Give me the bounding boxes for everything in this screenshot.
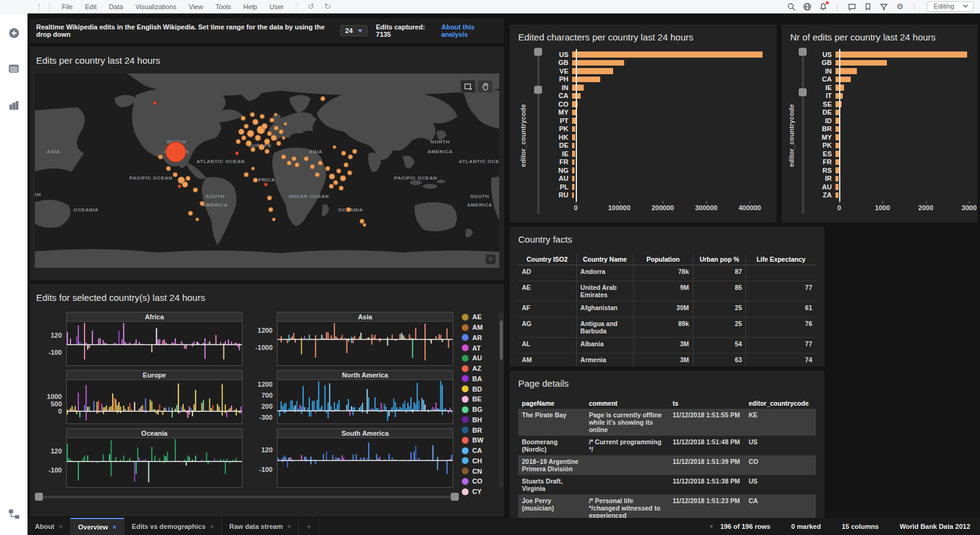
column-header[interactable]: Country Name — [576, 254, 633, 265]
map-data-dot[interactable] — [363, 223, 366, 227]
legend-item-AU[interactable]: AU — [462, 353, 497, 363]
bar[interactable] — [572, 60, 624, 66]
close-icon[interactable]: ✕ — [210, 524, 214, 529]
menu-item-user[interactable]: User — [263, 3, 290, 10]
bar-row[interactable]: US — [551, 50, 769, 59]
slider-track[interactable] — [35, 496, 459, 498]
bar-row[interactable]: ZA — [815, 191, 973, 200]
map-data-dot[interactable] — [304, 156, 309, 161]
map-data-dot[interactable] — [250, 112, 255, 117]
bar-row[interactable]: FR — [551, 158, 769, 167]
table-row[interactable]: ALAlbania3M5477 — [518, 338, 816, 354]
bar-row[interactable]: SE — [815, 100, 973, 108]
legend-item-CH[interactable]: CH — [462, 456, 497, 466]
map-data-dot[interactable] — [292, 156, 296, 161]
filter-icon[interactable] — [876, 1, 892, 12]
bar-row[interactable]: PK — [815, 142, 973, 150]
legend-item-CO[interactable]: CO — [462, 476, 497, 487]
bar-row[interactable]: US — [815, 50, 973, 59]
trellis-bars[interactable] — [277, 380, 453, 424]
bar-row[interactable]: HK — [551, 133, 769, 142]
map-data-dot[interactable] — [158, 154, 163, 159]
bar-row[interactable]: IE — [815, 83, 973, 92]
data-table-icon[interactable] — [0, 56, 28, 81]
legend-item-AT[interactable]: AT — [462, 343, 497, 353]
map-data-dot[interactable] — [262, 123, 268, 129]
bar[interactable] — [572, 143, 575, 149]
bar[interactable] — [835, 176, 839, 182]
legend-item-BR[interactable]: BR — [462, 425, 497, 435]
tab-edits-vs-demographics[interactable]: Edits vs demographics✕ — [124, 518, 222, 535]
map-data-dot[interactable] — [252, 119, 258, 125]
slider-track[interactable] — [537, 48, 540, 214]
bar[interactable] — [835, 184, 839, 190]
map-data-dot[interactable] — [282, 136, 285, 140]
bar[interactable] — [835, 77, 851, 83]
bar-row[interactable]: GB — [815, 59, 973, 67]
map-data-dot[interactable] — [341, 151, 346, 156]
world-map[interactable]: INDIAN OCEANASIAOCEANIANORTHAMERICAPACIF… — [35, 74, 499, 268]
tab-about[interactable]: About✕ — [28, 518, 70, 535]
comment-icon[interactable] — [844, 1, 860, 12]
table-row[interactable]: AGAntigua and Barbuda89k2576 — [518, 317, 816, 338]
close-icon[interactable]: ✕ — [112, 525, 116, 530]
bar[interactable] — [572, 151, 575, 157]
bar[interactable] — [835, 51, 967, 58]
tab-raw-data-stream[interactable]: Raw data stream✕ — [222, 518, 299, 535]
map-data-dot[interactable] — [255, 135, 261, 141]
map-data-dot[interactable] — [271, 135, 277, 141]
map-data-dot[interactable] — [272, 218, 276, 221]
table-row[interactable]: Joe Perry (musician)/* Personal life */c… — [518, 495, 816, 518]
menu-item-visualizations[interactable]: Visualizations — [129, 3, 183, 10]
bar-row[interactable]: ES — [815, 150, 973, 158]
bar-row[interactable]: PT — [551, 116, 769, 125]
search-icon[interactable] — [783, 1, 799, 12]
map-data-dot[interactable] — [264, 138, 270, 145]
bar[interactable] — [572, 184, 575, 190]
column-header[interactable]: Population — [633, 254, 693, 265]
map-data-dot[interactable] — [346, 207, 351, 212]
globe-icon[interactable] — [799, 1, 815, 12]
visualizations-icon[interactable] — [0, 93, 28, 118]
column-header[interactable]: comment — [585, 398, 669, 409]
slider-handle-top[interactable] — [799, 48, 807, 56]
map-data-dot[interactable] — [200, 201, 205, 206]
table-row[interactable]: The Pirate BayPage is currently offline … — [518, 409, 816, 436]
slider-handle-right[interactable] — [451, 493, 459, 501]
table-row[interactable]: Boomerang (Nordic)/* Current programming… — [518, 436, 816, 455]
menu-item-file[interactable]: File — [56, 3, 79, 10]
map-data-dot[interactable] — [329, 184, 334, 189]
pan-hand-icon[interactable] — [477, 80, 493, 93]
trellis-bars[interactable] — [67, 380, 242, 424]
map-data-dot[interactable] — [253, 178, 258, 183]
bar[interactable] — [572, 159, 575, 165]
bar[interactable] — [835, 192, 839, 199]
category-range-slider[interactable] — [534, 48, 542, 214]
map-data-dot[interactable] — [276, 141, 281, 146]
map-data-dot[interactable] — [244, 124, 249, 129]
map-data-dot[interactable] — [195, 218, 199, 221]
map-data-dot[interactable] — [318, 161, 323, 165]
trellis-bars[interactable] — [67, 438, 242, 488]
menu-item-view[interactable]: View — [183, 3, 209, 10]
bar-row[interactable]: RS — [815, 166, 973, 175]
map-data-dot[interactable] — [325, 166, 330, 171]
bookmark-icon[interactable] — [860, 1, 876, 12]
bar-row[interactable]: PK — [551, 125, 769, 134]
about-analysis-link[interactable]: About this analysis — [441, 23, 498, 38]
editing-mode-dropdown[interactable]: Editing — [927, 1, 974, 12]
map-data-dot[interactable] — [236, 139, 241, 144]
map-data-dot[interactable] — [251, 147, 255, 152]
map-data-dot[interactable] — [315, 172, 320, 177]
bar[interactable] — [572, 85, 584, 91]
trellis-plot[interactable] — [277, 438, 453, 488]
legend-item-CN[interactable]: CN — [462, 466, 497, 476]
rect-select-icon[interactable] — [460, 80, 476, 93]
map-data-dot[interactable] — [339, 186, 344, 191]
bar-row[interactable]: CO — [551, 100, 769, 108]
column-header[interactable]: pageName — [518, 398, 585, 409]
map-data-dot[interactable] — [310, 164, 315, 169]
legend-item-BW[interactable]: BW — [462, 435, 497, 446]
bar[interactable] — [572, 134, 575, 140]
bar-row[interactable]: CA — [815, 75, 973, 84]
